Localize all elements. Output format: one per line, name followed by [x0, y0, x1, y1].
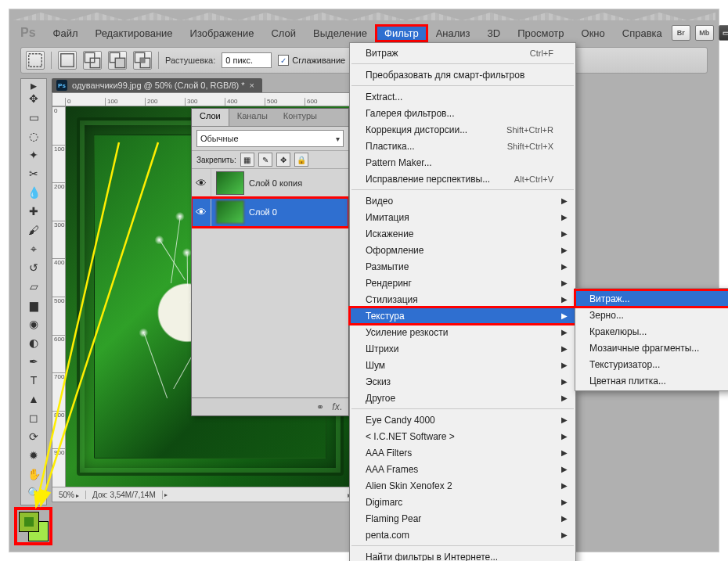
layers-tab-0[interactable]: Слои — [192, 109, 229, 126]
filter-item[interactable]: Стилизация▶ — [350, 291, 575, 307]
tool-wand[interactable]: ✦ — [24, 146, 43, 164]
filter-item[interactable]: Коррекция дисторсии...Shift+Ctrl+R — [350, 121, 575, 138]
menu-окно[interactable]: Окно — [574, 26, 613, 41]
filter-item[interactable]: AAA Filters▶ — [350, 444, 575, 461]
tool-type[interactable]: T — [24, 372, 43, 389]
lock-all-icon[interactable]: 🔒 — [294, 153, 308, 167]
add-selection-icon[interactable] — [83, 51, 102, 70]
submenu-item[interactable]: Мозаичные фрагменты... — [575, 340, 728, 356]
filter-item[interactable]: < I.C.NET Software >▶ — [350, 428, 575, 444]
filter-item[interactable]: Искажение▶ — [350, 225, 575, 242]
filter-item[interactable]: Оформление▶ — [350, 242, 575, 258]
menu-изображение[interactable]: Изображение — [182, 26, 262, 41]
filter-item[interactable]: Галерея фильтров... — [350, 105, 575, 121]
submenu-item[interactable]: Текстуризатор... — [575, 356, 728, 372]
new-selection-icon[interactable] — [58, 51, 77, 70]
submenu-item[interactable]: Кракелюры... — [575, 323, 728, 340]
filter-item[interactable]: Преобразовать для смарт-фильтров — [350, 67, 575, 83]
filter-item[interactable]: penta.com▶ — [350, 527, 575, 543]
tool-brush[interactable]: 🖌 — [24, 221, 43, 239]
tool-eraser[interactable]: ▱ — [24, 278, 43, 295]
filter-item[interactable]: Размытие▶ — [350, 258, 575, 275]
filter-item[interactable]: Alien Skin Xenofex 2▶ — [350, 477, 575, 494]
layers-tab-2[interactable]: Контуры — [276, 109, 325, 126]
tool-3d-orbit[interactable]: ✹ — [24, 447, 43, 464]
subtract-selection-icon[interactable] — [108, 51, 127, 70]
toolbox-grip[interactable]: ▸ — [24, 82, 43, 88]
filter-item[interactable]: Пластика...Shift+Ctrl+X — [350, 138, 575, 154]
visibility-eye-icon[interactable]: 👁 — [192, 169, 211, 197]
tool-healing[interactable]: ✚ — [24, 203, 43, 220]
lock-pixels-icon[interactable]: ✎ — [258, 153, 272, 167]
tool-eyedropper[interactable]: 💧 — [24, 184, 43, 201]
blend-mode-select[interactable]: Обычные — [196, 130, 344, 147]
menu-выделение[interactable]: Выделение — [305, 26, 375, 41]
screen-mode-button[interactable]: ▭▾ — [719, 25, 728, 41]
menu-редактирование[interactable]: Редактирование — [88, 26, 181, 41]
tool-lasso[interactable]: ◌ — [24, 128, 43, 145]
visibility-eye-icon[interactable]: 👁 — [192, 198, 211, 226]
tool-gradient[interactable]: ▆ — [24, 297, 43, 314]
foreground-color-swatch[interactable] — [19, 512, 39, 532]
tool-marquee[interactable]: ▭ — [24, 109, 43, 126]
menu-анализ[interactable]: Анализ — [428, 26, 478, 41]
filter-item[interactable]: Штрихи▶ — [350, 340, 575, 357]
filter-item[interactable]: Видео▶ — [350, 192, 575, 209]
tool-hand[interactable]: ✋ — [24, 466, 43, 483]
link-layers-icon[interactable]: ⚭ — [316, 401, 324, 412]
tool-dodge[interactable]: ◐ — [24, 334, 43, 351]
menu-фильтр[interactable]: Фильтр — [377, 26, 427, 41]
tool-crop[interactable]: ✂ — [24, 165, 43, 182]
tool-stamp[interactable]: ⌖ — [24, 240, 43, 257]
tool-pen[interactable]: ✒ — [24, 353, 43, 370]
feather-input[interactable]: 0 пикс. — [222, 52, 272, 68]
menu-файл[interactable]: Файл — [45, 26, 86, 41]
filter-item[interactable]: Текстура▶ — [350, 307, 575, 324]
filter-item[interactable]: Extract... — [350, 88, 575, 105]
document-tab[interactable]: Ps одуванчики99.jpg @ 50% (Слой 0, RGB/8… — [52, 78, 262, 92]
menu-просмотр[interactable]: Просмотр — [510, 26, 571, 41]
filter-item[interactable]: Усиление резкости▶ — [350, 324, 575, 340]
menu-слой[interactable]: Слой — [263, 26, 304, 41]
tool-move[interactable]: ✥ — [24, 90, 43, 107]
color-swatches[interactable] — [16, 509, 51, 544]
filter-item[interactable]: ВитражCtrl+F — [350, 45, 575, 61]
filter-item[interactable]: Имитация▶ — [350, 209, 575, 225]
filter-item[interactable]: Исправление перспективы...Alt+Ctrl+V — [350, 171, 575, 187]
layer-row[interactable]: 👁Слой 0 — [192, 198, 348, 227]
filter-item[interactable]: Шум▶ — [350, 357, 575, 373]
tool-preset-icon[interactable] — [26, 51, 45, 70]
filter-item[interactable]: Эскиз▶ — [350, 373, 575, 390]
zoom-level[interactable]: 50%▸ — [52, 491, 86, 499]
layer-row[interactable]: 👁Слой 0 копия — [192, 169, 348, 198]
tool-history-brush[interactable]: ↺ — [24, 259, 43, 276]
filter-item[interactable]: Рендеринг▶ — [350, 275, 575, 291]
antialias-checkbox[interactable]: ✓ Сглаживание — [278, 55, 345, 66]
minibridge-button[interactable]: Mb — [695, 25, 714, 41]
filter-item[interactable]: Flaming Pear▶ — [350, 510, 575, 527]
doc-size[interactable]: Док: 3,54M/7,14M — [86, 491, 163, 499]
tool-zoom[interactable]: 🔍 — [24, 484, 43, 502]
close-tab-icon[interactable]: × — [250, 81, 254, 90]
menu-3d[interactable]: 3D — [480, 26, 509, 41]
layer-thumbnail[interactable] — [216, 171, 244, 195]
filter-item[interactable]: AAA Frames▶ — [350, 461, 575, 477]
submenu-item[interactable]: Витраж... — [575, 290, 728, 307]
tool-3d-rotate[interactable]: ⟳ — [24, 428, 43, 445]
tool-shape[interactable]: ◻ — [24, 409, 43, 426]
submenu-item[interactable]: Цветная плитка... — [575, 372, 728, 389]
filter-item[interactable]: Digimarc▶ — [350, 494, 575, 510]
intersect-selection-icon[interactable] — [133, 51, 152, 70]
menu-справка[interactable]: Справка — [614, 26, 670, 41]
layer-fx-icon[interactable]: fx. — [332, 401, 342, 412]
layers-tab-1[interactable]: Каналы — [229, 109, 276, 126]
layer-thumbnail[interactable] — [216, 200, 244, 224]
filter-item[interactable]: Eye Candy 4000▶ — [350, 412, 575, 428]
bridge-button[interactable]: Br — [672, 25, 690, 41]
lock-transparent-icon[interactable]: ▦ — [240, 153, 254, 167]
submenu-item[interactable]: Зерно... — [575, 307, 728, 323]
tool-blur[interactable]: ◉ — [24, 315, 43, 333]
tool-path-select[interactable]: ▲ — [24, 390, 43, 408]
filter-item[interactable]: Pattern Maker... — [350, 154, 575, 171]
layer-name[interactable]: Слой 0 — [249, 207, 277, 217]
